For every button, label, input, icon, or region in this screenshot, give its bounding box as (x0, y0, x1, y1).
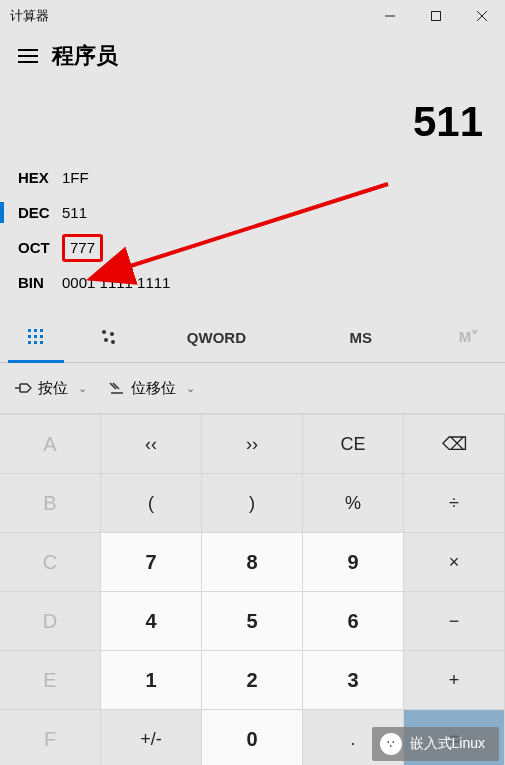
maximize-button[interactable] (413, 0, 459, 32)
wechat-icon: ∵ (380, 733, 402, 755)
base-dec[interactable]: DEC 511 (0, 195, 505, 230)
bitwise-dropdown[interactable]: 按位 ⌄ (14, 379, 87, 398)
bitwise-label: 按位 (38, 379, 68, 398)
watermark-badge: ∵ 嵌入式Linux (372, 727, 499, 761)
base-oct[interactable]: OCT 777 (0, 230, 505, 265)
bitshift-dropdown[interactable]: 位移位 ⌄ (107, 379, 195, 398)
key-rshift[interactable]: ›› (202, 414, 303, 473)
keypad: A ‹‹ ›› CE ⌫ B ( ) % ÷ C 7 8 9 × D 4 5 6… (0, 414, 505, 765)
base-bin-label: BIN (18, 274, 62, 291)
key-5[interactable]: 5 (202, 591, 303, 650)
key-8[interactable]: 8 (202, 532, 303, 591)
base-dec-value: 511 (62, 204, 87, 221)
bit-ops-row: 按位 ⌄ 位移位 ⌄ (0, 363, 505, 414)
key-multiply[interactable]: × (404, 532, 505, 591)
header: 程序员 (0, 32, 505, 80)
tab-word[interactable]: QWORD (144, 312, 288, 362)
minimize-icon (384, 10, 396, 22)
maximize-icon (430, 10, 442, 22)
chevron-down-icon: ⌄ (186, 382, 195, 395)
key-divide[interactable]: ÷ (404, 473, 505, 532)
key-e[interactable]: E (0, 650, 101, 709)
key-f[interactable]: F (0, 709, 101, 765)
svg-point-17 (110, 332, 114, 336)
svg-rect-15 (40, 341, 43, 344)
tab-keypad[interactable] (0, 312, 72, 362)
key-add[interactable]: + (404, 650, 505, 709)
key-1[interactable]: 1 (101, 650, 202, 709)
key-d[interactable]: D (0, 591, 101, 650)
key-rparen[interactable]: ) (202, 473, 303, 532)
key-lshift[interactable]: ‹‹ (101, 414, 202, 473)
svg-point-18 (104, 338, 108, 342)
svg-point-19 (111, 340, 115, 344)
base-bin-value: 0001 1111 1111 (62, 274, 170, 291)
tab-memory-menu[interactable]: M˅ (433, 312, 505, 362)
svg-point-16 (102, 330, 106, 334)
close-button[interactable] (459, 0, 505, 32)
key-a[interactable]: A (0, 414, 101, 473)
bitshift-icon (107, 380, 125, 396)
bitshift-label: 位移位 (131, 379, 176, 398)
key-2[interactable]: 2 (202, 650, 303, 709)
base-dec-label: DEC (18, 204, 62, 221)
title-bar: 计算器 (0, 0, 505, 32)
key-6[interactable]: 6 (303, 591, 404, 650)
key-c[interactable]: C (0, 532, 101, 591)
svg-rect-9 (40, 329, 43, 332)
bits-icon (98, 327, 118, 347)
base-hex[interactable]: HEX 1FF (0, 160, 505, 195)
key-ce[interactable]: CE (303, 414, 404, 473)
base-hex-label: HEX (18, 169, 62, 186)
key-b[interactable]: B (0, 473, 101, 532)
base-bin[interactable]: BIN 0001 1111 1111 (0, 265, 505, 300)
view-tabs: QWORD MS M˅ (0, 312, 505, 363)
key-lparen[interactable]: ( (101, 473, 202, 532)
svg-rect-11 (34, 335, 37, 338)
svg-rect-12 (40, 335, 43, 338)
base-hex-value: 1FF (62, 169, 89, 186)
key-subtract[interactable]: − (404, 591, 505, 650)
svg-rect-14 (34, 341, 37, 344)
mode-title: 程序员 (52, 41, 118, 71)
key-4[interactable]: 4 (101, 591, 202, 650)
key-percent[interactable]: % (303, 473, 404, 532)
key-negate[interactable]: +/- (101, 709, 202, 765)
minimize-button[interactable] (367, 0, 413, 32)
svg-rect-1 (432, 12, 441, 21)
result-display: 511 (0, 80, 505, 154)
chevron-down-icon: ⌄ (78, 382, 87, 395)
base-list: HEX 1FF DEC 511 OCT 777 BIN 0001 1111 11… (0, 154, 505, 308)
base-oct-label: OCT (18, 239, 62, 256)
key-3[interactable]: 3 (303, 650, 404, 709)
key-9[interactable]: 9 (303, 532, 404, 591)
svg-rect-7 (28, 329, 31, 332)
svg-rect-13 (28, 341, 31, 344)
key-0[interactable]: 0 (202, 709, 303, 765)
hamburger-icon (18, 49, 38, 63)
base-oct-value: 777 (62, 234, 103, 262)
window-title: 计算器 (10, 7, 367, 25)
bitwise-icon (14, 380, 32, 396)
watermark-label: 嵌入式Linux (410, 735, 485, 753)
svg-rect-8 (34, 329, 37, 332)
close-icon (476, 10, 488, 22)
menu-button[interactable] (8, 36, 48, 76)
key-backspace[interactable]: ⌫ (404, 414, 505, 473)
tab-bits[interactable] (72, 312, 144, 362)
tab-ms[interactable]: MS (289, 312, 433, 362)
svg-rect-10 (28, 335, 31, 338)
keypad-icon (26, 327, 46, 347)
key-7[interactable]: 7 (101, 532, 202, 591)
